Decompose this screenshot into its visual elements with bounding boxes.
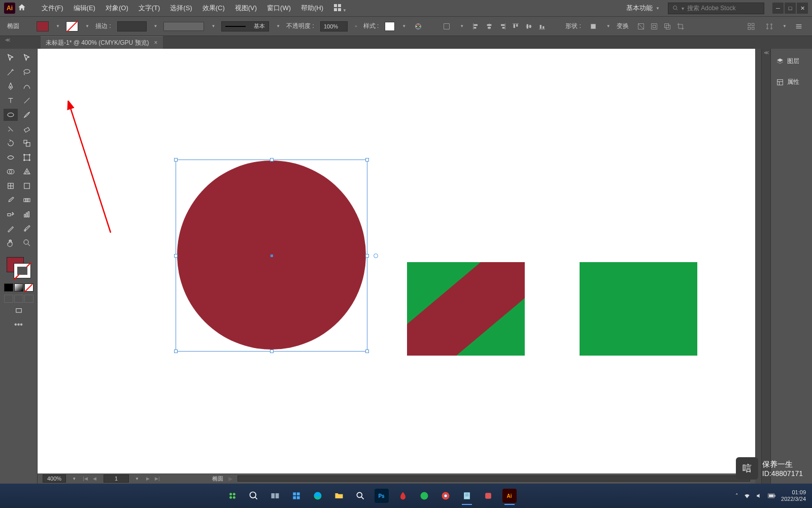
color-mode-solid[interactable] [4,283,13,292]
menu-help[interactable]: 帮助(H) [297,2,327,15]
pref-icon[interactable] [763,20,775,33]
app4-icon[interactable] [479,487,497,505]
align-vcenter-icon[interactable] [523,20,535,33]
panel-properties[interactable]: 属性 [771,74,812,90]
line-tool[interactable] [20,94,34,107]
zoom-level[interactable]: 400% [43,474,66,483]
color-mode-gradient[interactable] [14,283,23,292]
curvature-tool[interactable] [20,80,34,92]
shape-rectangle-1[interactable] [407,262,525,356]
status-chevron-icon[interactable]: ▶ [228,475,232,482]
artboard-tool[interactable] [20,223,34,235]
draw-behind[interactable] [14,295,23,303]
recolor-icon[interactable] [412,20,424,33]
symbol-sprayer-tool[interactable] [4,208,18,220]
align-left-icon[interactable] [470,20,482,33]
explorer-icon[interactable] [330,487,348,505]
clip-icon[interactable] [661,20,673,33]
tray-network-icon[interactable] [743,492,751,499]
shape-builder-tool[interactable] [4,166,18,178]
align-bottom-icon[interactable] [536,20,548,33]
app1-icon[interactable] [351,487,369,505]
edit-toolbar[interactable]: ••• [14,320,23,329]
edit-icon[interactable] [648,20,660,33]
home-icon[interactable] [17,3,27,13]
draw-inside[interactable] [24,295,33,303]
width-tool[interactable] [4,151,18,164]
workspace-switcher[interactable]: 基本功能▼ [622,3,664,14]
crop-icon[interactable] [674,20,687,33]
last-artboard-icon[interactable]: ▶| [153,475,161,482]
brush-tool[interactable] [20,109,34,121]
search-task-icon[interactable] [245,487,263,505]
screen-mode[interactable] [12,305,26,317]
start-icon[interactable] [223,487,242,505]
opacity-input[interactable] [320,21,348,31]
align-top-icon[interactable] [510,20,522,33]
graphic-style[interactable] [385,22,395,31]
direct-selection-tool[interactable] [20,52,34,64]
menu-window[interactable]: 窗口(W) [263,2,295,15]
chrome-icon[interactable] [436,487,455,505]
panel-layers[interactable]: 图层 [771,53,812,70]
horizontal-scrollbar[interactable] [238,475,750,482]
blend-tool[interactable] [20,194,34,206]
illustrator-task-icon[interactable]: Ai [500,487,519,505]
document-tab[interactable]: 未标题-1* @ 400% (CMYK/GPU 预览) × [41,36,163,49]
app3-icon[interactable] [415,487,433,505]
xy-icon[interactable] [745,20,757,33]
artboard-number[interactable]: 1 [104,474,129,483]
menu-object[interactable]: 对象(O) [101,2,132,15]
menu-view[interactable]: 视图(V) [231,2,261,15]
next-artboard-icon[interactable]: ▶ [144,475,152,482]
selection-tool[interactable] [4,52,18,64]
tray-chevron-icon[interactable]: ˄ [735,493,738,499]
shaper-tool[interactable] [4,123,18,135]
tab-close-icon[interactable]: × [154,39,158,46]
artboard[interactable] [38,49,755,473]
taskbar-clock[interactable]: 01:09 2022/3/24 [781,489,806,502]
tray-battery-icon[interactable] [768,493,776,499]
menu-edit[interactable]: 编辑(E) [70,2,99,15]
hand-tool[interactable] [4,237,18,249]
type-tool[interactable] [4,94,18,107]
align-hcenter-icon[interactable] [483,20,495,33]
gradient-tool[interactable] [20,180,34,192]
ellipse-tool[interactable] [4,109,18,121]
menu-type[interactable]: 文字(T) [134,2,164,15]
prev-artboard-icon[interactable]: ◀ [90,475,98,482]
fill-stroke-control[interactable] [6,256,32,279]
graph-tool[interactable] [20,208,34,220]
menu-select[interactable]: 选择(S) [166,2,196,15]
search-box[interactable]: ▾ 搜索 Adobe Stock [668,3,764,14]
menu-file[interactable]: 文件(F) [38,2,67,15]
stroke-profile[interactable] [163,22,204,31]
zoom-tool[interactable] [20,237,34,249]
close-button[interactable]: ✕ [797,3,808,14]
collapse-left-icon[interactable]: ≪ [5,37,10,43]
eyedropper-tool[interactable] [4,194,18,206]
stroke-swatch[interactable] [66,21,78,31]
widgets-icon[interactable] [287,487,306,505]
align-doc-icon[interactable] [441,20,453,33]
eraser-tool[interactable] [20,123,34,135]
rotate-tool[interactable] [4,137,18,149]
pen-tool[interactable] [4,80,18,92]
tray-volume-icon[interactable] [756,492,763,499]
collapse-right-icon[interactable]: ≪ [764,50,769,55]
minimize-button[interactable]: ─ [772,3,784,14]
first-artboard-icon[interactable]: |◀ [81,475,89,482]
color-mode-none[interactable] [24,283,33,292]
fill-swatch[interactable] [37,21,49,31]
lasso-tool[interactable] [20,66,34,78]
slice-tool[interactable] [4,223,18,235]
draw-normal[interactable] [4,295,13,303]
shape-menu-icon[interactable] [587,20,599,33]
align-right-icon[interactable] [496,20,509,33]
scale-tool[interactable] [20,137,34,149]
isolate-icon[interactable] [635,20,647,33]
taskview-icon[interactable] [266,487,284,505]
photoshop-icon[interactable]: Ps [373,487,391,505]
notepad-icon[interactable] [458,487,476,505]
toolbar-stroke-swatch[interactable] [14,263,31,278]
